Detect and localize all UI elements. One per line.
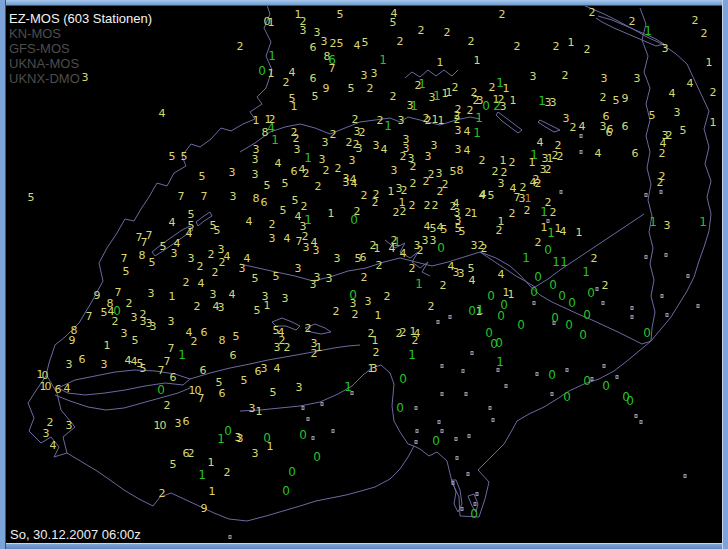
station-value: 3 (662, 43, 669, 54)
station-value: 3 (361, 70, 368, 81)
station-value: 8 (139, 250, 146, 261)
station-value: 7 (178, 191, 185, 202)
station-value: 5 (101, 307, 108, 318)
legend-item-ukna-mos[interactable]: UKNA-MOS (9, 56, 152, 71)
station-dot (684, 474, 687, 478)
station-value: 4 (186, 228, 193, 239)
station-value: 5 (264, 180, 271, 191)
station-value: 1 (104, 340, 111, 351)
station-value: 0 (437, 243, 445, 254)
legend-item-kn-mos[interactable]: KN-MOS (9, 26, 152, 41)
station-value: 3 (458, 268, 465, 279)
station-value: 2 (354, 206, 361, 217)
station-dot (476, 492, 479, 496)
station-value: 2 (432, 200, 439, 211)
station-value: 1 (560, 257, 568, 268)
station-value: 2 (323, 165, 330, 176)
station-value: 3 (188, 253, 195, 264)
station-value: 2 (352, 309, 359, 320)
station-dot (560, 190, 563, 194)
station-value: 9 (69, 335, 76, 346)
station-dot (661, 294, 664, 298)
station-value: 1 (264, 300, 271, 311)
station-value: 4 (289, 67, 296, 78)
station-value: 1 (582, 267, 590, 278)
station-value: 6 (183, 416, 190, 427)
station-value: 3 (634, 73, 641, 84)
station-dot (489, 406, 492, 410)
station-value: 5 (312, 91, 319, 102)
station-value: 7 (329, 63, 336, 74)
station-value: 5 (488, 190, 495, 201)
station-value: 5 (241, 375, 248, 386)
station-value: 2 (692, 15, 699, 26)
station-value: 2 (562, 70, 569, 81)
station-value: 3 (229, 167, 236, 178)
station-value: 1 (268, 17, 275, 28)
station-value: 2 (397, 36, 404, 47)
station-dot (302, 406, 305, 410)
station-value: 2 (535, 237, 542, 248)
station-value: 2 (409, 263, 416, 274)
station-value: 5 (280, 205, 287, 216)
station-dot (580, 150, 583, 154)
station-value: 0 (534, 272, 542, 283)
station-value: 2 (376, 260, 383, 271)
station-value: 0 (495, 338, 503, 349)
station-value: 7 (201, 191, 208, 202)
station-value: 4 (498, 269, 505, 280)
station-value: 2 (164, 400, 171, 411)
station-value: 5 (430, 223, 437, 234)
station-value: 3 (269, 233, 276, 244)
station-value: 3 (101, 359, 108, 370)
station-value: 2 (570, 122, 577, 133)
station-dot (229, 535, 232, 539)
legend-item-ez-mos[interactable]: EZ-MOS (603 Stationen) (9, 11, 152, 26)
station-dot (566, 368, 569, 372)
station-dot (468, 434, 471, 438)
station-value: 1 (418, 79, 426, 90)
station-value: 4 (595, 148, 602, 159)
station-value: 3 (455, 125, 462, 136)
station-value: 2 (346, 137, 353, 148)
station-value: 0 (626, 396, 634, 407)
station-value: 2 (197, 261, 204, 272)
station-value: 1 (706, 57, 713, 68)
station-value: 3 (431, 140, 438, 151)
station-value: 4 (351, 178, 358, 189)
station-value: 2 (424, 200, 431, 211)
station-value: 3 (500, 101, 507, 112)
station-value: 5 (292, 195, 299, 206)
station-value: 2 (335, 163, 342, 174)
station-dot (332, 429, 335, 433)
station-value: 5 (149, 257, 156, 268)
station-value: 5 (214, 225, 221, 236)
station-value: 4 (244, 253, 251, 264)
station-value: 6 (219, 388, 226, 399)
station-value: 0 (160, 420, 167, 431)
station-value: 1 (699, 217, 707, 228)
station-value: 0 (399, 374, 407, 385)
station-value: 2 (701, 28, 708, 39)
station-value: 3 (175, 418, 182, 429)
station-value: 3 (171, 248, 178, 259)
station-value: 2 (657, 177, 664, 188)
station-value: 4 (560, 226, 567, 237)
station-value: 1 (508, 289, 515, 300)
station-value: 5 (28, 192, 35, 203)
station-value: 2 (591, 253, 598, 264)
station-value: 1 (267, 441, 274, 452)
station-value: 3 (425, 151, 432, 162)
station-value: 6 (261, 197, 268, 208)
station-value: 0 (602, 381, 610, 392)
station-value: 1 (268, 51, 276, 62)
station-value: 3 (237, 433, 244, 444)
station-value: 2 (489, 82, 496, 93)
station-value: 7 (146, 230, 153, 241)
legend-item-gfs-mos[interactable]: GFS-MOS (9, 41, 152, 56)
station-value: 5 (468, 263, 475, 274)
station-value: 3 (498, 178, 505, 189)
legend-item-uknx-dmo[interactable]: UKNX-DMO (9, 71, 152, 86)
station-value: 2 (194, 301, 201, 312)
station-value: 2 (390, 91, 397, 102)
